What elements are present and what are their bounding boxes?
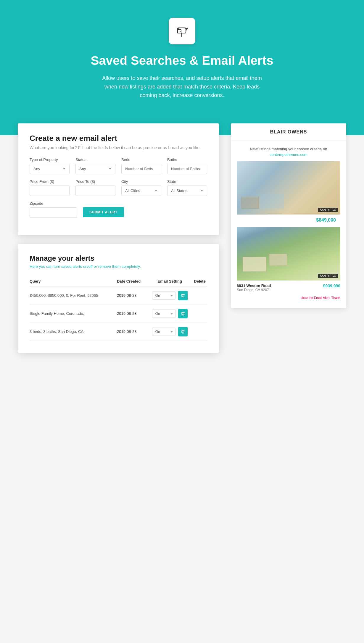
alert-actions-1: On Off — [147, 286, 192, 304]
listing-city: San Diego, CA 92071 — [237, 288, 271, 292]
actions-cell-3: On Off — [147, 327, 192, 336]
form-group-price-from: Price From ($) — [30, 179, 70, 196]
svg-rect-11 — [182, 312, 184, 312]
table-row: 3 beds, 3 baths, San Diego, CA 2019-08-2… — [30, 323, 207, 341]
state-select[interactable]: All States CA NY TX FL — [167, 186, 207, 196]
listing-address: 8831 Weston Road — [237, 283, 271, 288]
delete-alert-text: elete the Email Alert. Thank — [237, 294, 340, 302]
email-toggle-2[interactable]: On Off — [152, 310, 176, 318]
status-select[interactable]: Any For Sale For Rent Sold — [75, 164, 115, 174]
svg-rect-6 — [181, 294, 185, 295]
zipcode-label: Zipcode — [30, 201, 77, 206]
create-alert-form: Create a new email alert What are you lo… — [18, 123, 219, 235]
alert-actions-3: On Off — [147, 323, 192, 341]
baths-input[interactable] — [167, 164, 207, 174]
listing-price-1: $849,000 — [237, 215, 340, 224]
city-label: City — [121, 179, 161, 184]
actions-cell-2: On Off — [147, 309, 192, 318]
listing-image-1: SAN DIEGO — [237, 161, 340, 215]
content-area: BLAIR OWENS New listings matching your c… — [0, 123, 364, 370]
type-label: Type of Property — [30, 157, 70, 162]
alert-query-2: Single Family Home, Coronado, — [30, 304, 117, 323]
listing-price-2: $939,990 — [323, 283, 340, 288]
form-group-type: Type of Property Any Single Family Home … — [30, 157, 70, 174]
svg-rect-1 — [178, 28, 186, 33]
hero-title: Saved Searches & Email Alerts — [6, 53, 358, 68]
delete-button-1[interactable] — [178, 291, 188, 300]
table-header-row: Query Date Created Email Setting Delete — [30, 276, 207, 287]
price-to-input[interactable] — [75, 186, 115, 196]
city-select[interactable]: All Cities San Diego Los Angeles San Fra… — [121, 186, 161, 196]
email-tagline: New listings matching your chosen criter… — [237, 147, 340, 151]
svg-rect-0 — [181, 33, 182, 37]
email-preview-card: BLAIR OWENS New listings matching your c… — [231, 123, 346, 308]
delete-button-2[interactable] — [178, 309, 188, 318]
form-group-zipcode: Zipcode — [30, 201, 77, 218]
form-subtitle: What are you looking for? Fill out the f… — [30, 145, 207, 150]
alert-date-1: 2019-08-28 — [117, 286, 147, 304]
alerts-table: Query Date Created Email Setting Delete … — [30, 276, 207, 341]
submit-container: SUBMIT ALERT — [83, 207, 124, 218]
email-toggle-1[interactable]: On Off — [152, 291, 176, 300]
form-row-2: Price From ($) Price To ($) City All Cit… — [30, 179, 207, 196]
baths-label: Baths — [167, 157, 207, 162]
alert-date-2: 2019-08-28 — [117, 304, 147, 323]
mailbox-icon — [175, 24, 189, 38]
alert-query-3: 3 beds, 3 baths, San Diego, CA — [30, 323, 117, 341]
email-link[interactable]: contempothemes.com — [237, 152, 340, 157]
price-from-input[interactable] — [30, 186, 70, 196]
form-group-beds: Beds — [121, 157, 161, 174]
svg-rect-10 — [181, 312, 185, 313]
delete-button-3[interactable] — [178, 327, 188, 336]
svg-point-3 — [181, 31, 181, 32]
type-of-property-select[interactable]: Any Single Family Home Condo Townhouse L… — [30, 164, 70, 174]
beds-label: Beds — [121, 157, 161, 162]
manage-alerts-section: Manage your alerts Here you can turn sav… — [18, 244, 219, 353]
trash-icon — [181, 312, 185, 316]
listing-image-2: SAN DIEGO — [237, 227, 340, 281]
price-from-label: Price From ($) — [30, 179, 70, 184]
manage-title: Manage your alerts — [30, 254, 207, 262]
svg-rect-7 — [182, 294, 184, 294]
email-toggle-3[interactable]: On Off — [152, 328, 176, 336]
hero-icon-box — [169, 18, 195, 44]
alert-actions-2: On Off — [147, 304, 192, 323]
col-delete: Delete — [192, 276, 207, 287]
col-email-setting: Email Setting — [147, 276, 192, 287]
form-row-1: Type of Property Any Single Family Home … — [30, 157, 207, 174]
zipcode-input[interactable] — [30, 207, 77, 218]
alert-date-3: 2019-08-28 — [117, 323, 147, 341]
email-card-body: New listings matching your chosen criter… — [231, 141, 346, 308]
svg-rect-5 — [186, 28, 188, 29]
table-row: Single Family Home, Coronado, 2019-08-28… — [30, 304, 207, 323]
listing-detail-2: 8831 Weston Road San Diego, CA 92071 $93… — [237, 281, 340, 294]
actions-cell-1: On Off — [147, 291, 192, 300]
form-group-price-to: Price To ($) — [75, 179, 115, 196]
beds-input[interactable] — [121, 164, 161, 174]
trash-icon — [181, 330, 185, 334]
alert-query-1: $450,000, $850,000, 0, For Rent, 92065 — [30, 286, 117, 304]
col-date: Date Created — [117, 276, 147, 287]
submit-alert-button[interactable]: SUBMIT ALERT — [83, 207, 124, 217]
email-card-header: BLAIR OWENS — [231, 123, 346, 141]
form-row-3: Zipcode SUBMIT ALERT — [30, 201, 207, 218]
form-title: Create a new email alert — [30, 134, 207, 143]
trash-icon — [181, 294, 185, 298]
form-group-state: State All States CA NY TX FL — [167, 179, 207, 196]
price-to-label: Price To ($) — [75, 179, 115, 184]
form-group-baths: Baths — [167, 157, 207, 174]
table-row: $450,000, $850,000, 0, For Rent, 92065 2… — [30, 286, 207, 304]
status-label: Status — [75, 157, 115, 162]
manage-subtitle: Here you can turn saved alerts on/off or… — [30, 264, 207, 269]
hero-description: Allow users to save their searches, and … — [96, 74, 268, 99]
state-label: State — [167, 179, 207, 184]
hero-section: Saved Searches & Email Alerts Allow user… — [0, 0, 364, 135]
form-group-status: Status Any For Sale For Rent Sold — [75, 157, 115, 174]
svg-rect-15 — [182, 330, 184, 331]
svg-rect-14 — [181, 331, 185, 331]
form-group-city: City All Cities San Diego Los Angeles Sa… — [121, 179, 161, 196]
col-query: Query — [30, 276, 117, 287]
agent-name: BLAIR OWENS — [237, 129, 340, 135]
